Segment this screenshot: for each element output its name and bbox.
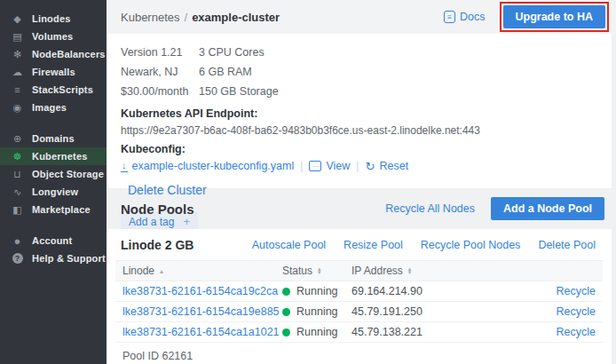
node-status: Running [275, 285, 344, 297]
status-label: Running [296, 326, 338, 338]
sidebar-item-label: Linodes [32, 13, 71, 24]
volumes-icon: ▤ [11, 32, 24, 42]
node-ip: 45.79.138.221 [344, 326, 460, 338]
table-row: lke38731-62161-6154ca19e885 Running 45.7… [115, 302, 603, 322]
docs-icon: ≡ [444, 11, 455, 23]
status-label: Running [296, 305, 338, 318]
column-label: Status [282, 265, 312, 277]
pool-name: Linode 2 GB [121, 238, 193, 252]
summary-row: Newark, NJ 6 GB RAM [121, 62, 597, 82]
add-node-pool-button[interactable]: Add a Node Pool [491, 197, 604, 220]
docs-link[interactable]: ≡ Docs [444, 11, 485, 23]
kubeconfig-download-link[interactable]: ↓ example-cluster-kubeconfig.yaml [121, 160, 294, 172]
column-header-status[interactable]: Status ▴▾ [275, 265, 344, 277]
help-icon: ? [11, 253, 24, 265]
page-header: Kubernetes / example-cluster ≡ Docs Upgr… [107, 0, 616, 34]
cluster-ram: 6 GB RAM [199, 66, 597, 78]
upgrade-to-ha-button[interactable]: Upgrade to HA [503, 5, 606, 28]
cluster-storage: 150 GB Storage [199, 85, 597, 98]
status-running-icon [282, 308, 290, 316]
sort-icon: ▴▾ [318, 267, 321, 275]
node-ip: 69.164.214.90 [344, 285, 460, 297]
node-link[interactable]: lke38731-62161-6154ca19e885 [115, 305, 275, 318]
column-label: Linode [122, 265, 154, 277]
docs-label: Docs [460, 11, 485, 23]
kubernetes-icon: ☸ [11, 152, 24, 162]
pool-actions: Autoscale Pool Resize Pool Recycle Pool … [252, 239, 596, 251]
recycle-all-nodes-link[interactable]: Recycle All Nodes [385, 202, 475, 215]
kubeconfig-view-link[interactable]: ⋯ View [309, 160, 350, 172]
kubeconfig-reset-link[interactable]: ↻ Reset [366, 160, 409, 172]
kubeconfig-filename: example-cluster-kubeconfig.yaml [132, 160, 295, 172]
sidebar-item-help-support[interactable]: ? Help & Support [0, 249, 107, 267]
domains-icon: ⊕ [11, 134, 24, 144]
delete-pool-link[interactable]: Delete Pool [538, 239, 596, 251]
node-link[interactable]: lke38731-62161-6154ca19c2ca [115, 285, 275, 297]
node-link[interactable]: lke38731-62161-6154ca1a1021 [115, 326, 275, 338]
node-pools-actions: Recycle All Nodes Add a Node Pool [385, 197, 604, 220]
table-row: lke38731-62161-6154ca1a1021 Running 45.7… [115, 322, 603, 343]
reset-icon: ↻ [366, 161, 375, 172]
sidebar-item-object-storage[interactable]: ⊔ Object Storage [0, 165, 107, 183]
node-pool-card: Linode 2 GB Autoscale Pool Resize Pool R… [107, 229, 612, 364]
column-header-linode[interactable]: Linode ▴ [115, 265, 275, 277]
sidebar-item-label: StackScripts [32, 84, 93, 95]
node-status: Running [275, 305, 344, 318]
kubeconfig-actions: ↓ example-cluster-kubeconfig.yaml | ⋯ Vi… [121, 160, 597, 172]
status-label: Running [296, 285, 338, 297]
sort-icon: ▴▾ [408, 267, 412, 275]
sidebar-item-label: Longview [32, 186, 78, 197]
sidebar-item-label: Help & Support [32, 253, 106, 264]
recycle-node-link[interactable]: Recycle [557, 326, 596, 338]
marketplace-icon: ◧ [11, 205, 24, 215]
sort-asc-icon: ▴ [160, 267, 163, 275]
sidebar-item-volumes[interactable]: ▤ Volumes [0, 28, 107, 45]
sidebar-item-stackscripts[interactable]: ≡ StackScripts [0, 81, 107, 99]
recycle-node-link[interactable]: Recycle [557, 285, 596, 297]
reset-label: Reset [380, 160, 409, 172]
recycle-pool-nodes-link[interactable]: Recycle Pool Nodes [421, 239, 521, 251]
recycle-node-link[interactable]: Recycle [557, 305, 596, 318]
breadcrumb: Kubernetes / example-cluster [121, 11, 280, 24]
sidebar-item-account[interactable]: ● Account [0, 232, 107, 249]
cluster-version: Version 1.21 [121, 46, 199, 59]
api-endpoint-url: https://9e2a7307-b6ac-408f-ba62-9483b0b3… [121, 124, 597, 137]
sidebar-item-kubernetes[interactable]: ☸ Kubernetes [0, 147, 107, 165]
column-header-ip-address[interactable]: IP Address ▴▾ [344, 265, 460, 277]
sidebar: ◆ Linodes ▤ Volumes ✻ NodeBalancers ☁ Fi… [0, 0, 107, 364]
firewalls-icon: ☁ [11, 67, 24, 77]
table-header: Linode ▴ Status ▴▾ IP Address ▴▾ [115, 260, 603, 281]
summary-row: $30.00/month 150 GB Storage [121, 82, 597, 101]
sidebar-item-label: Volumes [32, 31, 73, 42]
sidebar-item-label: Domains [32, 133, 75, 144]
sidebar-item-marketplace[interactable]: ◧ Marketplace [0, 201, 107, 218]
resize-pool-link[interactable]: Resize Pool [344, 239, 403, 251]
sidebar-group-services: ⊕ Domains ☸ Kubernetes ⊔ Object Storage … [0, 130, 107, 218]
sidebar-group-account: ● Account ? Help & Support [0, 232, 107, 267]
breadcrumb-kubernetes-link[interactable]: Kubernetes [121, 11, 180, 24]
sidebar-item-linodes[interactable]: ◆ Linodes [0, 10, 107, 28]
status-running-icon [282, 328, 290, 336]
pool-id-label: Pool ID 62161 [115, 343, 603, 362]
cluster-price: $30.00/month [121, 85, 199, 98]
sidebar-item-nodebalancers[interactable]: ✻ NodeBalancers [0, 45, 107, 63]
sidebar-item-domains[interactable]: ⊕ Domains [0, 130, 107, 147]
sidebar-item-label: Account [32, 235, 72, 246]
node-status: Running [275, 326, 344, 338]
node-pools-header: Node Pools Recycle All Nodes Add a Node … [107, 188, 612, 229]
sidebar-item-longview[interactable]: ∿ Longview [0, 183, 107, 201]
autoscale-pool-link[interactable]: Autoscale Pool [252, 239, 326, 251]
account-avatar-icon: ● [11, 235, 24, 247]
sidebar-item-label: Images [32, 102, 67, 113]
column-label: IP Address [351, 265, 403, 277]
cluster-summary-card: Version 1.21 3 CPU Cores Newark, NJ 6 GB… [107, 34, 612, 188]
summary-row: Version 1.21 3 CPU Cores [121, 43, 597, 62]
images-icon: ◉ [11, 103, 24, 113]
question-mark-icon: ? [12, 253, 23, 264]
sidebar-item-label: Firewalls [32, 67, 75, 77]
view-icon: ⋯ [309, 161, 321, 171]
sidebar-item-label: Kubernetes [32, 151, 88, 162]
sidebar-item-firewalls[interactable]: ☁ Firewalls [0, 63, 107, 81]
sidebar-item-images[interactable]: ◉ Images [0, 99, 107, 116]
cluster-cpu: 3 CPU Cores [199, 46, 597, 59]
